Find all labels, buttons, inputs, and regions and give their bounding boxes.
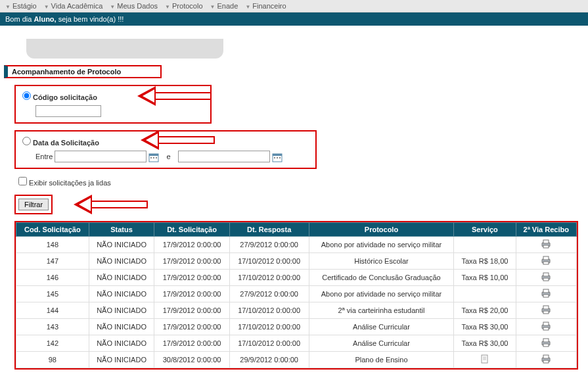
table-row: 147NÃO INICIADO17/9/2012 0:00:0017/10/20… — [16, 253, 577, 270]
svg-rect-31 — [482, 355, 487, 363]
chevron-down-icon: ▼ — [110, 4, 115, 10]
table-row: 145NÃO INICIADO17/9/2012 0:00:0027/9/201… — [16, 286, 577, 302]
cell-servico: Taxa R$ 30,00 — [454, 335, 516, 352]
printer-icon[interactable] — [541, 338, 551, 347]
th-cod: Cod. Solicitação — [16, 223, 89, 237]
top-menu: ▼Estágio ▼Vida Acadêmica ▼Meus Dados ▼Pr… — [0, 0, 588, 12]
svg-rect-4 — [156, 157, 157, 158]
svg-rect-26 — [543, 322, 549, 325]
results-table-wrap: Cod. Solicitação Status Dt. Solicitação … — [14, 221, 578, 370]
cell-status: NÃO INICIADO — [89, 270, 154, 286]
svg-rect-14 — [543, 256, 549, 260]
cell-dt-sol: 17/9/2012 0:00:00 — [154, 253, 229, 270]
menu-protocolo[interactable]: Protocolo — [172, 2, 202, 10]
cell-dt-sol: 17/9/2012 0:00:00 — [154, 302, 229, 319]
cell-cod: 146 — [16, 270, 89, 286]
cell-servico — [454, 352, 516, 368]
date-to-input[interactable] — [178, 151, 270, 162]
table-row: 144NÃO INICIADO17/9/2012 0:00:0017/10/20… — [16, 302, 577, 319]
cell-status: NÃO INICIADO — [89, 237, 154, 253]
svg-rect-11 — [543, 240, 549, 243]
filter-data-box: Data da Solicitação Entre e — [14, 130, 317, 169]
radio-codigo[interactable] — [22, 91, 31, 100]
date-from-input[interactable] — [55, 151, 147, 162]
cell-recibo — [516, 253, 576, 270]
table-header-row: Cod. Solicitação Status Dt. Solicitação … — [16, 223, 577, 237]
cell-cod: 143 — [16, 319, 89, 335]
printer-icon[interactable] — [541, 322, 551, 331]
cell-recibo — [516, 270, 576, 286]
exibir-checkbox[interactable] — [18, 177, 27, 185]
th-dt-sol: Dt. Solicitação — [154, 223, 229, 237]
calendar-icon[interactable] — [272, 153, 283, 162]
filtrar-button[interactable]: Filtrar — [18, 199, 49, 210]
cell-cod: 98 — [16, 352, 89, 368]
svg-rect-30 — [543, 344, 549, 347]
printer-icon[interactable] — [541, 272, 551, 281]
cell-status: NÃO INICIADO — [89, 352, 154, 368]
table-row: 142NÃO INICIADO17/9/2012 0:00:0017/10/20… — [16, 335, 577, 352]
annotation-arrow — [137, 86, 212, 106]
printer-icon[interactable] — [541, 305, 551, 314]
cell-servico — [454, 286, 516, 302]
svg-rect-36 — [543, 355, 549, 358]
cell-protocolo: Certificado de Conclusão Graduação — [309, 270, 454, 286]
menu-vida-academica[interactable]: Vida Acadêmica — [51, 2, 103, 10]
cell-dt-resp: 17/10/2012 0:00:00 — [229, 319, 309, 335]
printer-icon[interactable] — [541, 256, 551, 265]
section-title: Acompanhamento de Protocolo — [4, 65, 162, 78]
svg-rect-24 — [543, 311, 549, 314]
e-label: e — [166, 153, 170, 160]
cell-dt-sol: 17/9/2012 0:00:00 — [154, 270, 229, 286]
table-row: 148NÃO INICIADO17/9/2012 0:00:0027/9/201… — [16, 237, 577, 253]
svg-rect-18 — [543, 278, 549, 281]
svg-rect-7 — [274, 157, 275, 158]
svg-rect-12 — [543, 245, 549, 248]
printer-icon[interactable] — [541, 289, 551, 298]
th-dt-resp: Dt. Resposta — [229, 223, 309, 237]
codigo-label: Código solicitação — [33, 93, 97, 101]
cell-recibo — [516, 352, 576, 368]
cell-servico: Taxa R$ 20,00 — [454, 302, 516, 319]
svg-rect-17 — [543, 273, 549, 276]
chevron-down-icon: ▼ — [5, 4, 11, 10]
menu-meus-dados[interactable]: Meus Dados — [117, 2, 158, 10]
menu-estagio[interactable]: Estágio — [12, 2, 37, 10]
calendar-icon[interactable] — [148, 153, 159, 162]
exibir-label: Exibir solicitações ja lidas — [29, 179, 111, 187]
menu-enade[interactable]: Enade — [217, 2, 238, 10]
data-label: Data da Solicitação — [33, 139, 99, 147]
exibir-row: Exibir solicitações ja lidas — [18, 177, 588, 187]
svg-rect-37 — [543, 360, 549, 363]
cell-dt-resp: 27/9/2012 0:00:00 — [229, 286, 309, 302]
cell-protocolo: Histórico Escolar — [309, 253, 454, 270]
annotation-arrow — [74, 195, 148, 214]
cell-dt-sol: 17/9/2012 0:00:00 — [154, 237, 229, 253]
results-table: Cod. Solicitação Status Dt. Solicitação … — [16, 222, 577, 368]
printer-icon[interactable] — [541, 354, 551, 364]
codigo-input[interactable] — [35, 105, 101, 117]
cell-servico: Taxa R$ 10,00 — [454, 270, 516, 286]
chevron-down-icon: ▼ — [245, 4, 250, 10]
svg-rect-3 — [153, 157, 154, 158]
printer-icon[interactable] — [541, 239, 551, 249]
document-icon[interactable] — [480, 354, 489, 364]
cell-dt-resp: 27/9/2012 0:00:00 — [229, 237, 309, 253]
th-status: Status — [89, 223, 154, 237]
cell-dt-resp: 29/9/2012 0:00:00 — [229, 352, 309, 368]
svg-rect-8 — [277, 157, 278, 158]
menu-financeiro[interactable]: Financeiro — [252, 2, 286, 10]
th-recibo: 2ª Via Recibo — [516, 223, 576, 237]
cell-status: NÃO INICIADO — [89, 302, 154, 319]
th-servico: Serviço — [454, 223, 516, 237]
cell-protocolo: Plano de Ensino — [309, 352, 454, 368]
cell-protocolo: Abono por atividade no serviço militar — [309, 237, 454, 253]
decorative-tab — [26, 39, 223, 59]
cell-status: NÃO INICIADO — [89, 253, 154, 270]
cell-servico — [454, 237, 516, 253]
cell-protocolo: Abono por atividade no serviço militar — [309, 286, 454, 302]
cell-dt-sol: 17/9/2012 0:00:00 — [154, 286, 229, 302]
cell-status: NÃO INICIADO — [89, 319, 154, 335]
table-row: 143NÃO INICIADO17/9/2012 0:00:0017/10/20… — [16, 319, 577, 335]
radio-data[interactable] — [22, 137, 31, 145]
